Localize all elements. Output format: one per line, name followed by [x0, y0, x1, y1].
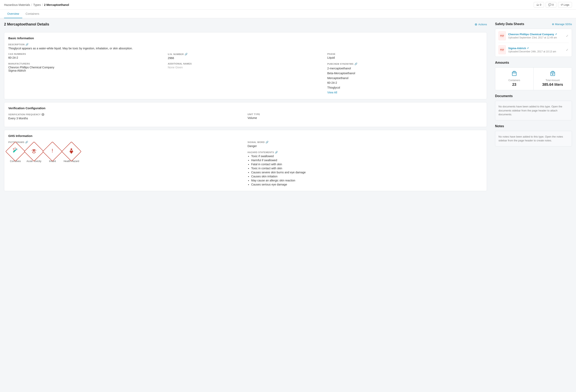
- svg-point-5: [32, 149, 33, 150]
- breadcrumb-types[interactable]: Types: [33, 3, 41, 6]
- external-link-icon-1: ↗: [527, 47, 529, 50]
- pictograms-grid: 🧪 Corrisives: [8, 144, 243, 163]
- phase-value: Liquid: [327, 56, 483, 59]
- pubchem-link-icon: 🔗: [354, 62, 358, 65]
- total-value: 385.64 liters: [542, 82, 563, 87]
- breadcrumb-sep2: /: [42, 3, 43, 6]
- manage-sds-link[interactable]: ⊕ Manage SDSs: [552, 23, 572, 26]
- tabs-bar: Overview Containers: [0, 10, 576, 18]
- total-label: Total Amount: [546, 79, 560, 82]
- actions-label: Actions: [478, 23, 487, 26]
- manufacturers-value: Chevron Phillips Chemical Company Sigma-…: [8, 66, 164, 72]
- un-link-icon: 🔗: [185, 53, 188, 56]
- sds-section: Safety Data Sheets ⊕ Manage SDSs PDF: [495, 22, 572, 57]
- sds-item-0: PDF Chevron Phillips Chemical Company ↗ …: [498, 29, 569, 43]
- sds-card: PDF Chevron Phillips Chemical Company ↗ …: [495, 29, 572, 57]
- sds-date-0: Uploaded September 23rd, 2017 at 12:49 a…: [508, 36, 563, 39]
- breadcrumb-root[interactable]: Hazardous Materials: [4, 3, 30, 6]
- svg-line-3: [32, 150, 32, 151]
- svg-point-8: [71, 148, 72, 150]
- svg-line-4: [35, 150, 36, 151]
- sds-title: Safety Data Sheets: [495, 22, 524, 26]
- comments-button[interactable]: 💬 0: [546, 2, 556, 7]
- unit-type-label: UNIT TYPE: [248, 113, 483, 115]
- ghs-card: GHS Information PICTOGRAMS 🔗: [4, 130, 487, 191]
- documents-header: Documents: [495, 94, 572, 98]
- sds-info-1: Sigma-Aldrich ↗ Uploaded December 24th, …: [508, 47, 563, 53]
- sds-name-0: Chevron Phillips Chemical Company ↗: [508, 33, 563, 36]
- sds-item-1: PDF Sigma-Aldrich ↗ Uploaded December 24…: [498, 43, 569, 57]
- detail-section-header: 2 Mercaptoethanol Details ⊕ Actions: [4, 22, 487, 26]
- cas-field: CAS NUMBERS 60-24-2: [8, 53, 164, 62]
- manufacturers-field: MANUFACTURERS Chevron Phillips Chemical …: [8, 62, 164, 95]
- folders-count: 0: [540, 3, 541, 6]
- basic-info-title: Basic Information: [8, 36, 483, 40]
- signal-word-label: SIGNAL WORD 🔗: [248, 141, 483, 144]
- pubchem-field: PUBCHEM SYNONYMS 🔗 2-mercaptoethanol Bet…: [327, 62, 483, 95]
- hazard-7: Causes serious eye damage: [251, 183, 483, 186]
- hazard-statements-label: HAZARD STATEMENTS 🔗: [248, 151, 483, 154]
- ghs-layout: PICTOGRAMS 🔗 🧪: [8, 141, 483, 187]
- sds-check-0: ✓: [566, 34, 569, 38]
- comment-icon: 💬: [548, 3, 551, 6]
- corrosives-icon: 🧪: [5, 141, 26, 161]
- sds-header: Safety Data Sheets ⊕ Manage SDSs: [495, 22, 572, 26]
- description-link-icon: 🔗: [26, 43, 29, 46]
- frequency-label: VERIFICATION FREQUENCY i: [8, 113, 243, 116]
- phase-field: PHASE Liquid: [327, 53, 483, 62]
- pictograms-link-icon: 🔗: [25, 141, 28, 144]
- svg-rect-15: [512, 72, 516, 76]
- frequency-field: VERIFICATION FREQUENCY i Every 3 Months: [8, 113, 243, 123]
- amounts-section: Amounts Containers 23: [495, 61, 572, 90]
- basic-info-card: Basic Information DESCRIPTION 🔗 Thioglyc…: [4, 32, 487, 99]
- additional-names-label: ADDITIONAL NAMES: [168, 62, 323, 65]
- amounts-header: Amounts: [495, 61, 572, 65]
- containers-label: Containers: [508, 79, 520, 82]
- tab-overview[interactable]: Overview: [4, 10, 22, 18]
- info-icon: i: [41, 113, 44, 116]
- acute-toxicity-icon: [24, 141, 44, 161]
- tab-containers[interactable]: Containers: [22, 10, 42, 18]
- phase-label: PHASE: [327, 53, 483, 55]
- cas-label: CAS NUMBERS: [8, 53, 164, 55]
- ghs-right: SIGNAL WORD 🔗 Danger HAZARD STATEMENTS 🔗…: [248, 141, 483, 187]
- actions-circle-icon: ⊕: [475, 23, 477, 26]
- basic-info-grid: CAS NUMBERS 60-24-2 U.N. NUMBER 🔗 2966 P…: [8, 53, 483, 62]
- documents-section: Documents No documents have been added t…: [495, 94, 572, 120]
- pictogram-health-hazard: Health Hazard: [63, 144, 79, 163]
- verification-card: Verification Configuration VERIFICATION …: [4, 102, 487, 127]
- folder-icon: 🗂: [536, 3, 539, 6]
- hazard-4: Causes severe skin burns and eye damage: [251, 171, 483, 174]
- synonym-0: 2-mercaptoethanol: [327, 66, 483, 71]
- breadcrumb: Hazardous Materials / Types / 2 Mercapto…: [4, 3, 69, 6]
- synonym-3: 60-24-2: [327, 80, 483, 85]
- ghs-title: GHS Information: [8, 134, 483, 137]
- containers-icon: [512, 71, 517, 78]
- containers-amount-cell: Containers 23: [495, 68, 534, 90]
- folders-button[interactable]: 🗂 0: [534, 2, 544, 7]
- hazard-statements-section: HAZARD STATEMENTS 🔗 Toxic if swallowed H…: [248, 151, 483, 186]
- sds-pdf-icon-0: PDF: [498, 31, 506, 40]
- right-panel: Safety Data Sheets ⊕ Manage SDSs PDF: [491, 18, 576, 392]
- additional-names-field: ADDITIONAL NAMES None Given: [168, 62, 323, 95]
- view-all-link[interactable]: View All: [327, 90, 483, 95]
- svg-text:🧪: 🧪: [13, 148, 18, 153]
- logs-button[interactable]: ↺ Logs: [558, 2, 572, 7]
- additional-names-value: None Given: [168, 66, 323, 69]
- left-panel: 2 Mercaptoethanol Details ⊕ Actions Basi…: [0, 18, 491, 392]
- svg-point-1: [33, 149, 35, 151]
- ghs-left: PICTOGRAMS 🔗 🧪: [8, 141, 243, 187]
- notes-title: Notes: [495, 124, 504, 128]
- pictogram-irritant: ! Irritant: [45, 144, 59, 163]
- basic-info-grid2: MANUFACTURERS Chevron Phillips Chemical …: [8, 62, 483, 95]
- signal-link-icon: 🔗: [265, 141, 269, 144]
- hazard-3: Toxic in contact with skin: [251, 167, 483, 170]
- documents-title: Documents: [495, 94, 513, 98]
- documents-empty: No documents have been added to this typ…: [495, 101, 572, 120]
- notes-empty: No notes have been added to this type. O…: [495, 131, 572, 146]
- sds-name-1: Sigma-Aldrich ↗: [508, 47, 563, 50]
- signal-word-section: SIGNAL WORD 🔗 Danger: [248, 141, 483, 148]
- pictogram-acute-toxicity: Acute Toxicity: [27, 144, 41, 163]
- header-actions: 🗂 0 💬 0 ↺ Logs: [534, 2, 572, 7]
- actions-button[interactable]: ⊕ Actions: [475, 23, 487, 26]
